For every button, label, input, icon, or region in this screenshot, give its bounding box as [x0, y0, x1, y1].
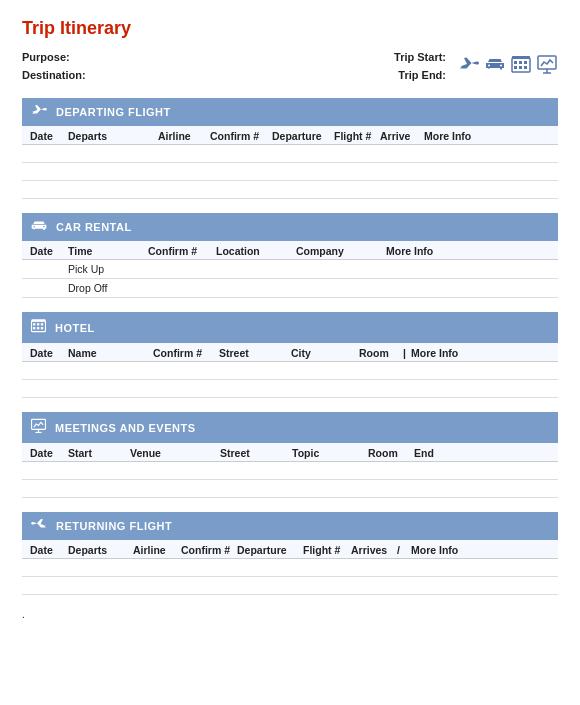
car-rental-title: CAR RENTAL — [56, 221, 132, 233]
df-col-departs: Departs — [68, 130, 158, 142]
svg-rect-12 — [33, 323, 35, 325]
meetings-title: MEETINGS AND EVENTS — [55, 422, 196, 434]
svg-rect-6 — [524, 66, 527, 69]
m-col-start: Start — [68, 447, 130, 459]
svg-rect-18 — [32, 320, 46, 322]
rf-col-moreinfo: More Info — [411, 544, 550, 556]
cr-col-location: Location — [216, 245, 296, 257]
svg-rect-7 — [512, 56, 530, 59]
departing-flight-section: DEPARTING FLIGHT Date Departs Airline Co… — [22, 98, 558, 199]
df-col-departure: Departure — [272, 130, 334, 142]
returning-flight-title: RETURNING FLIGHT — [56, 520, 172, 532]
h-col-pipe: | — [403, 347, 411, 359]
departing-plane-icon — [30, 103, 48, 121]
hotel-col-headers: Date Name Confirm # Street City Room | M… — [22, 343, 558, 362]
svg-rect-1 — [514, 61, 517, 64]
cr-pickup-date — [30, 263, 68, 275]
meetings-header: MEETINGS AND EVENTS — [22, 412, 558, 443]
svg-rect-0 — [512, 58, 530, 72]
meetings-section: MEETINGS AND EVENTS Date Start Venue Str… — [22, 412, 558, 498]
cr-pickup-label: Pick Up — [68, 263, 148, 275]
svg-rect-11 — [32, 321, 46, 332]
cr-dropoff-label: Drop Off — [68, 282, 148, 294]
svg-rect-2 — [519, 61, 522, 64]
car-rental-icon — [30, 218, 48, 236]
df-col-confirm: Confirm # — [210, 130, 272, 142]
m-col-topic: Topic — [292, 447, 368, 459]
hotel-title: HOTEL — [55, 322, 95, 334]
h-row-1 — [22, 362, 558, 380]
df-col-date: Date — [30, 130, 68, 142]
m-col-end: End — [414, 447, 550, 459]
hotel-sec-icon — [30, 317, 47, 338]
car-rental-col-headers: Date Time Confirm # Location Company Mor… — [22, 241, 558, 260]
rf-col-departs: Departs — [68, 544, 133, 556]
returning-flight-section: RETURNING FLIGHT Date Departs Airline Co… — [22, 512, 558, 595]
df-row-2 — [22, 163, 558, 181]
h-row-2 — [22, 380, 558, 398]
returning-plane-icon — [30, 517, 48, 535]
car-rental-header: CAR RENTAL — [22, 213, 558, 241]
df-col-moreinfo: More Info — [424, 130, 550, 142]
chart-icon — [536, 54, 558, 79]
car-icon — [484, 56, 506, 77]
df-col-flight: Flight # — [334, 130, 380, 142]
df-col-airline: Airline — [158, 130, 210, 142]
rf-col-slash: / — [397, 544, 411, 556]
destination-label: Destination: — [22, 69, 86, 81]
rf-col-arrives: Arrives — [351, 544, 397, 556]
df-col-arrive: Arrive — [380, 130, 424, 142]
svg-rect-14 — [41, 323, 43, 325]
trip-end-label: Trip End: — [398, 69, 446, 81]
meetings-col-headers: Date Start Venue Street Topic Room End — [22, 443, 558, 462]
hotel-icon — [510, 54, 532, 79]
rf-col-date: Date — [30, 544, 68, 556]
h-col-city: City — [291, 347, 359, 359]
hotel-header: HOTEL — [22, 312, 558, 343]
cr-col-confirm: Confirm # — [148, 245, 216, 257]
m-row-1 — [22, 462, 558, 480]
h-col-date: Date — [30, 347, 68, 359]
svg-rect-15 — [33, 327, 35, 329]
purpose-label: Purpose: — [22, 51, 70, 63]
footer-dot: . — [22, 609, 558, 620]
car-rental-section: CAR RENTAL Date Time Confirm # Location … — [22, 213, 558, 298]
df-row-3 — [22, 181, 558, 199]
rf-col-flight: Flight # — [303, 544, 351, 556]
h-col-room: Room — [359, 347, 403, 359]
m-col-street: Street — [220, 447, 292, 459]
cr-row-dropoff: Drop Off — [22, 279, 558, 298]
trip-dates-icons: Trip Start: Trip End: — [394, 49, 558, 84]
page-title: Trip Itinerary — [22, 18, 558, 39]
departing-flight-header: DEPARTING FLIGHT — [22, 98, 558, 126]
departing-flight-col-headers: Date Departs Airline Confirm # Departure… — [22, 126, 558, 145]
rf-col-departure: Departure — [237, 544, 303, 556]
top-icons — [458, 54, 558, 79]
cr-row-pickup: Pick Up — [22, 260, 558, 279]
svg-rect-3 — [524, 61, 527, 64]
returning-flight-header: RETURNING FLIGHT — [22, 512, 558, 540]
cr-col-moreinfo: More Info — [386, 245, 550, 257]
h-col-confirm: Confirm # — [153, 347, 219, 359]
rf-col-confirm: Confirm # — [181, 544, 237, 556]
m-col-venue: Venue — [130, 447, 220, 459]
rf-row-1 — [22, 559, 558, 577]
cr-col-company: Company — [296, 245, 386, 257]
svg-rect-13 — [37, 323, 39, 325]
meetings-icon — [30, 417, 47, 438]
svg-rect-5 — [519, 66, 522, 69]
rf-col-airline: Airline — [133, 544, 181, 556]
svg-rect-16 — [37, 327, 39, 329]
df-row-1 — [22, 145, 558, 163]
trip-start-label: Trip Start: — [394, 51, 446, 63]
h-col-moreinfo: More Info — [411, 347, 550, 359]
hotel-section: HOTEL Date Name Confirm # Street City Ro… — [22, 312, 558, 398]
top-info: Purpose: Destination: Trip Start: Trip E… — [22, 49, 558, 84]
svg-rect-17 — [41, 327, 43, 329]
m-col-date: Date — [30, 447, 68, 459]
purpose-destination: Purpose: Destination: — [22, 49, 86, 84]
trip-dates: Trip Start: Trip End: — [394, 49, 446, 84]
returning-flight-col-headers: Date Departs Airline Confirm # Departure… — [22, 540, 558, 559]
departing-flight-title: DEPARTING FLIGHT — [56, 106, 171, 118]
cr-dropoff-date — [30, 282, 68, 294]
